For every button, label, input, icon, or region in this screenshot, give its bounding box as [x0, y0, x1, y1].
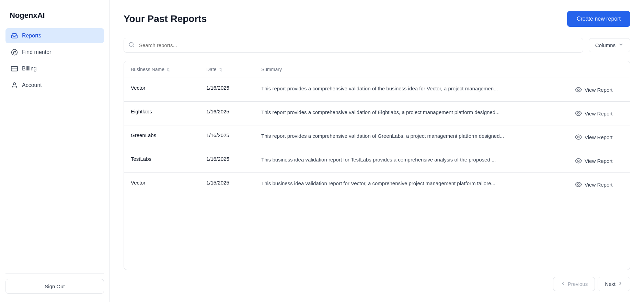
cell-date: 1/16/2025	[199, 102, 254, 125]
pagination: Previous Next	[124, 277, 630, 291]
cell-business-name: GreenLabs	[124, 125, 199, 149]
col-date[interactable]: Date ⇅	[199, 61, 254, 78]
cell-date: 1/16/2025	[199, 78, 254, 102]
reports-table: Business Name ⇅ Date ⇅ Summary	[124, 61, 630, 196]
cell-action: View Report	[568, 102, 630, 125]
credit-card-icon	[11, 65, 18, 72]
sidebar-item-account[interactable]: Account	[5, 78, 104, 93]
svg-point-10	[578, 160, 579, 162]
view-report-button[interactable]: View Report	[575, 109, 612, 118]
eye-icon	[575, 110, 582, 117]
sidebar-nav: Reports Find mentor Billing	[5, 28, 104, 273]
cell-action: View Report	[568, 149, 630, 173]
cell-date: 1/15/2025	[199, 173, 254, 197]
inbox-icon	[11, 32, 18, 39]
svg-point-11	[578, 184, 579, 186]
view-report-label: View Report	[585, 111, 612, 116]
svg-point-7	[578, 89, 579, 91]
toolbar: Columns	[124, 38, 630, 53]
view-report-label: View Report	[585, 158, 612, 164]
compass-icon	[11, 49, 18, 56]
svg-point-8	[578, 113, 579, 114]
sidebar-item-billing-label: Billing	[22, 66, 37, 72]
search-icon	[128, 42, 135, 49]
chevron-right-icon	[618, 281, 623, 287]
cell-date: 1/16/2025	[199, 149, 254, 173]
svg-line-6	[133, 46, 134, 47]
sidebar: NogenxAI Reports Find mentor	[0, 0, 110, 302]
sort-icon-business-name: ⇅	[166, 67, 170, 72]
cell-business-name: TestLabs	[124, 149, 199, 173]
cell-summary: This report provides a comprehensive val…	[254, 78, 568, 102]
sidebar-bottom: Sign Out	[5, 273, 104, 294]
page-title: Your Past Reports	[124, 13, 207, 24]
chevron-down-icon	[618, 42, 624, 48]
cell-summary: This report provides a comprehensive val…	[254, 125, 568, 149]
col-actions	[568, 61, 630, 78]
user-icon	[11, 82, 18, 89]
create-report-button[interactable]: Create new report	[567, 11, 630, 27]
search-input[interactable]	[124, 38, 583, 53]
table-row: Vector 1/15/2025 This business idea vali…	[124, 173, 630, 197]
svg-point-9	[578, 136, 579, 138]
svg-point-4	[13, 83, 16, 85]
sidebar-item-billing[interactable]: Billing	[5, 61, 104, 76]
svg-point-0	[12, 49, 18, 55]
sidebar-item-reports[interactable]: Reports	[5, 28, 104, 43]
view-report-label: View Report	[585, 182, 612, 188]
cell-action: View Report	[568, 78, 630, 102]
view-report-button[interactable]: View Report	[575, 180, 612, 189]
view-report-label: View Report	[585, 134, 612, 140]
sign-out-button[interactable]: Sign Out	[5, 279, 104, 294]
sidebar-item-account-label: Account	[22, 82, 42, 88]
cell-summary: This business idea validation report for…	[254, 149, 568, 173]
main-header: Your Past Reports Create new report	[124, 11, 630, 27]
cell-business-name: Vector	[124, 78, 199, 102]
main-content: Your Past Reports Create new report Colu…	[110, 0, 644, 302]
svg-rect-2	[11, 66, 18, 71]
cell-business-name: Vector	[124, 173, 199, 197]
sidebar-item-find-mentor[interactable]: Find mentor	[5, 45, 104, 60]
columns-button[interactable]: Columns	[589, 38, 630, 52]
view-report-button[interactable]: View Report	[575, 132, 612, 142]
eye-icon	[575, 157, 582, 164]
cell-summary: This business idea validation report for…	[254, 173, 568, 197]
table-header-row: Business Name ⇅ Date ⇅ Summary	[124, 61, 630, 78]
sidebar-item-find-mentor-label: Find mentor	[22, 49, 51, 55]
sidebar-item-reports-label: Reports	[22, 33, 41, 39]
table-row: TestLabs 1/16/2025 This business idea va…	[124, 149, 630, 173]
table-row: GreenLabs 1/16/2025 This report provides…	[124, 125, 630, 149]
col-summary: Summary	[254, 61, 568, 78]
view-report-button[interactable]: View Report	[575, 85, 612, 94]
chevron-left-icon	[560, 281, 566, 287]
col-business-name[interactable]: Business Name ⇅	[124, 61, 199, 78]
eye-icon	[575, 181, 582, 188]
table-row: Vector 1/16/2025 This report provides a …	[124, 78, 630, 102]
cell-date: 1/16/2025	[199, 125, 254, 149]
view-report-label: View Report	[585, 87, 612, 93]
reports-table-container: Business Name ⇅ Date ⇅ Summary	[124, 61, 630, 270]
cell-summary: This report provides a comprehensive val…	[254, 102, 568, 125]
previous-button[interactable]: Previous	[553, 277, 595, 291]
next-button[interactable]: Next	[598, 277, 630, 291]
svg-marker-1	[13, 51, 15, 53]
eye-icon	[575, 86, 582, 93]
table-row: Eightlabs 1/16/2025 This report provides…	[124, 102, 630, 125]
cell-business-name: Eightlabs	[124, 102, 199, 125]
search-container	[124, 38, 583, 53]
sort-icon-date: ⇅	[219, 67, 222, 72]
view-report-button[interactable]: View Report	[575, 156, 612, 166]
cell-action: View Report	[568, 173, 630, 197]
cell-action: View Report	[568, 125, 630, 149]
eye-icon	[575, 134, 582, 141]
app-logo: NogenxAI	[5, 8, 104, 23]
